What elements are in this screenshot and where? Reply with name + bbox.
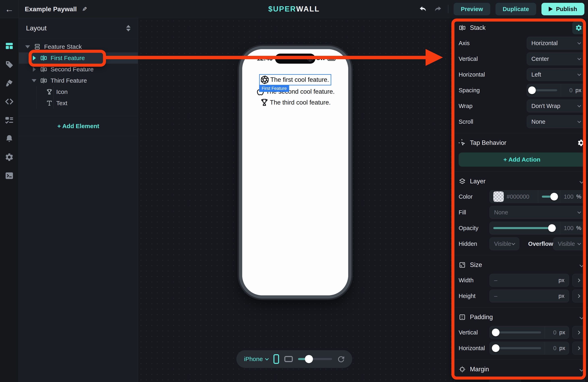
axis-select[interactable]: Horizontal: [527, 37, 585, 50]
feature-row-first[interactable]: The first cool feature. First Feature: [259, 74, 331, 85]
phone-screen[interactable]: 12:45 SW The first cool feature. First F…: [242, 49, 348, 295]
fill-select[interactable]: None: [489, 206, 585, 219]
hstack-icon: [40, 77, 47, 84]
tree-item-text[interactable]: Text: [19, 98, 138, 109]
device-select[interactable]: iPhone: [244, 356, 268, 362]
settings-gear-icon: [5, 152, 14, 162]
vertical-align-select[interactable]: Center: [527, 52, 585, 65]
rail-item-notifications[interactable]: [4, 134, 14, 143]
spacing-slider[interactable]: [527, 84, 561, 97]
chevron-down-icon: [577, 241, 581, 245]
rail-item-theme[interactable]: [4, 79, 14, 87]
width-input[interactable]: –px: [489, 274, 569, 287]
padding-horizontal-slider[interactable]: [490, 342, 545, 354]
width-expand-button[interactable]: [572, 274, 585, 287]
chevron-down-icon: [577, 41, 581, 44]
redo-button[interactable]: [433, 4, 443, 14]
tree-item-first-feature[interactable]: First Feature: [19, 52, 138, 64]
caret-down-icon[interactable]: [25, 45, 30, 48]
statusbar-time: 12:45: [257, 55, 273, 62]
slider-thumb[interactable]: [492, 344, 500, 352]
refresh-icon[interactable]: [337, 355, 345, 363]
margin-bottom-input[interactable]: –px: [551, 378, 585, 382]
rail-item-layout[interactable]: [4, 42, 14, 50]
height-input[interactable]: –px: [489, 290, 569, 302]
layout-panel: Layout Feature Stack First Feature Secon…: [19, 18, 138, 382]
scroll-select[interactable]: None: [527, 115, 585, 128]
landscape-orientation-button[interactable]: [284, 356, 293, 362]
wrap-select[interactable]: Don't Wrap: [527, 100, 585, 112]
height-expand-button[interactable]: [572, 290, 585, 302]
tree-item-second-feature[interactable]: Second Feature: [19, 64, 138, 75]
undo-button[interactable]: [418, 4, 428, 14]
tree-item-icon[interactable]: Icon: [19, 86, 138, 98]
signal-icon: [308, 56, 315, 61]
duplicate-button[interactable]: Duplicate: [496, 3, 536, 15]
superwall-logo: $UPERWALL: [268, 0, 320, 18]
caret-right-icon[interactable]: [33, 67, 36, 72]
rail-item-code[interactable]: [4, 97, 14, 106]
overflow-select[interactable]: Visible: [553, 237, 585, 250]
stack-section: Stack Axis Horizontal Vertical Center Ho…: [455, 18, 588, 133]
tree-item-third-feature[interactable]: Third Feature: [19, 75, 138, 86]
rail-item-settings[interactable]: [4, 153, 14, 162]
slider-thumb[interactable]: [492, 329, 500, 336]
caret-right-icon[interactable]: [33, 56, 36, 61]
color-swatch[interactable]: [493, 191, 504, 202]
portrait-orientation-button[interactable]: [273, 354, 279, 364]
slider-thumb[interactable]: [550, 193, 558, 200]
padding-vertical-slider[interactable]: [490, 326, 545, 339]
collapse-section-button[interactable]: [580, 315, 584, 319]
feature-text: The third cool feature.: [270, 99, 331, 106]
rail-item-tags[interactable]: [4, 60, 14, 69]
padding-horizontal-expand-button[interactable]: [572, 342, 585, 355]
horizontal-align-select[interactable]: Left: [527, 68, 585, 81]
feature-row-third[interactable]: The third cool feature.: [260, 98, 331, 107]
tap-cursor-icon: [459, 139, 466, 147]
preview-button[interactable]: Preview: [454, 3, 490, 15]
padding-vertical-expand-button[interactable]: [572, 326, 585, 339]
section-title: Padding: [470, 314, 493, 321]
opacity-slider[interactable]: [490, 222, 560, 234]
add-element-button[interactable]: + Add Element: [19, 116, 138, 136]
battery-icon: [327, 56, 337, 61]
opacity-value[interactable]: 100%: [560, 222, 585, 234]
padding-horizontal-value[interactable]: 0px: [545, 342, 569, 354]
color-alpha-value[interactable]: 100%: [560, 191, 585, 203]
trophy-icon: [46, 88, 53, 95]
slider-thumb[interactable]: [305, 355, 313, 363]
topbar: ← Example Paywall ✎ $UPERWALL Preview Du…: [0, 0, 588, 18]
canvas[interactable]: 12:45 SW The first cool feature. First F…: [138, 18, 454, 382]
layout-panel-header: Layout: [19, 18, 138, 38]
tree-item-feature-stack[interactable]: Feature Stack: [19, 41, 138, 52]
layer-tree: Feature Stack First Feature Second Featu…: [19, 38, 138, 109]
stack-settings-button[interactable]: [572, 21, 585, 34]
margin-top-input[interactable]: –px: [489, 378, 521, 382]
hidden-select[interactable]: Visible: [489, 237, 519, 250]
iphone-preview: 12:45 SW The first cool feature. First F…: [239, 46, 351, 298]
collapse-section-button[interactable]: [580, 263, 584, 267]
text-icon: [46, 100, 53, 107]
spacing-value[interactable]: 0px: [561, 84, 585, 97]
tap-settings-button[interactable]: [577, 139, 585, 147]
slider-thumb[interactable]: [548, 224, 556, 232]
color-alpha-slider[interactable]: [538, 191, 560, 203]
add-action-button[interactable]: + Add Action: [459, 152, 585, 167]
zoom-slider[interactable]: [298, 358, 332, 360]
collapse-section-button[interactable]: [580, 179, 584, 183]
color-swatch-field[interactable]: #000000: [490, 191, 538, 203]
rail-item-console[interactable]: [4, 171, 14, 180]
collapse-section-button[interactable]: [580, 367, 584, 371]
section-title: Margin: [470, 366, 489, 373]
sort-vertical-icon[interactable]: [126, 25, 131, 31]
tap-behavior-section: Tap Behavior + Add Action: [455, 133, 588, 172]
rail-item-checklist[interactable]: [4, 116, 14, 125]
back-button[interactable]: ←: [0, 0, 19, 18]
caret-down-icon[interactable]: [32, 79, 37, 82]
slider-thumb[interactable]: [528, 86, 536, 94]
edit-title-icon[interactable]: ✎: [82, 6, 87, 13]
layers-icon: [459, 178, 466, 185]
padding-vertical-value[interactable]: 0px: [545, 326, 569, 339]
checklist-icon: [5, 115, 14, 125]
publish-button[interactable]: Publish: [542, 3, 584, 15]
